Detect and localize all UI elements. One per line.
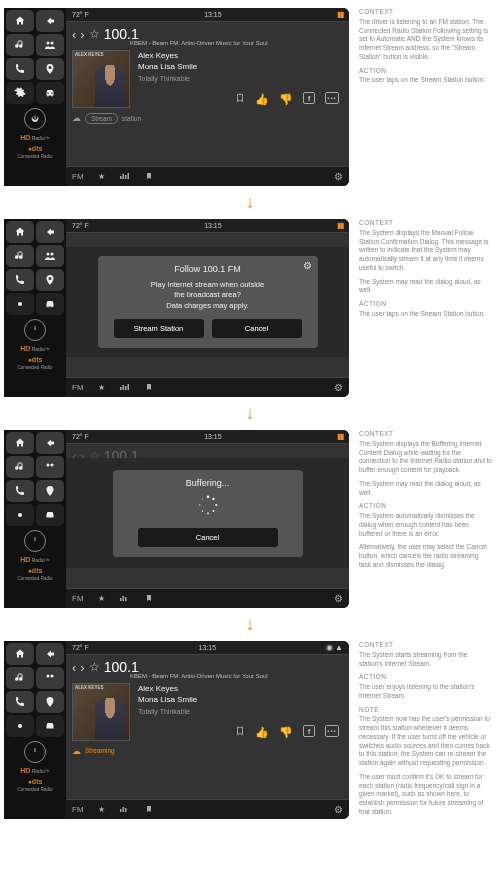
album-art: [72, 50, 130, 108]
phone-icon[interactable]: [6, 691, 34, 713]
phone-icon[interactable]: [6, 58, 34, 80]
svg-rect-17: [120, 598, 122, 601]
more-icon[interactable]: •••: [325, 92, 339, 104]
svg-point-14: [201, 510, 203, 512]
contacts-icon[interactable]: [36, 667, 64, 689]
phone-icon[interactable]: [6, 480, 34, 502]
power-button[interactable]: [24, 108, 46, 130]
tune-next-icon[interactable]: ›: [80, 660, 84, 675]
cloud-icon: ☁: [72, 113, 81, 123]
svg-point-20: [18, 724, 22, 728]
settings-icon[interactable]: [6, 293, 34, 315]
svg-rect-3: [127, 173, 129, 179]
svg-rect-6: [125, 386, 127, 390]
stream-station-button[interactable]: ☁ Stream station: [72, 113, 343, 124]
back-icon[interactable]: [36, 643, 64, 665]
station-subtitle: KBEM - Beam FM: Artist-Driven Music for …: [130, 40, 343, 46]
car-icon[interactable]: [36, 715, 64, 737]
cancel-button[interactable]: Cancel: [212, 319, 302, 338]
logos: HD Radio™ ●dts Connected Radio: [18, 134, 53, 159]
album-art: [72, 683, 130, 741]
car-icon[interactable]: [36, 504, 64, 526]
facebook-icon[interactable]: f: [303, 725, 315, 737]
device-screen-3: HD Radio™●dtsConnected Radio 72° F13:15▮…: [4, 430, 349, 608]
home-icon[interactable]: [6, 643, 34, 665]
location-icon[interactable]: [36, 480, 64, 502]
svg-rect-1: [122, 174, 124, 179]
clock: 13:15: [204, 11, 222, 18]
back-icon[interactable]: [36, 221, 64, 243]
bookmark-icon[interactable]: [235, 725, 245, 741]
svg-rect-21: [120, 809, 122, 812]
power-button[interactable]: [24, 530, 46, 552]
tab-favorites-icon[interactable]: ★: [98, 172, 105, 181]
location-icon[interactable]: [36, 58, 64, 80]
power-button[interactable]: [24, 319, 46, 341]
thumbs-up-icon[interactable]: 👍: [255, 92, 269, 108]
stream-station-button[interactable]: Stream Station: [114, 319, 204, 338]
tune-next-icon[interactable]: ›: [80, 27, 84, 42]
wifi-icon: ◉ ▲: [326, 643, 343, 652]
bottom-bar: FM ★ ⚙: [66, 166, 349, 186]
tune-prev-icon[interactable]: ‹: [72, 660, 76, 675]
annotation-2: CONTEXT The System displays the Manual F…: [349, 219, 496, 397]
device-screen-4: HD Radio™●dtsConnected Radio 72° F13:15◉…: [4, 641, 349, 819]
settings-icon[interactable]: [6, 82, 34, 104]
flow-arrow-icon: ↓: [78, 190, 423, 219]
modal-overlay: Buffering... Cancel: [66, 458, 349, 568]
power-button[interactable]: [24, 741, 46, 763]
music-icon[interactable]: [6, 667, 34, 689]
spinner-icon: [123, 494, 293, 518]
back-icon[interactable]: [36, 10, 64, 32]
thumbs-up-icon[interactable]: 👍: [255, 725, 269, 741]
phone-icon[interactable]: [6, 269, 34, 291]
tab-eq-icon[interactable]: [119, 171, 131, 183]
svg-point-8: [18, 513, 22, 517]
svg-rect-7: [127, 384, 129, 390]
svg-point-12: [212, 510, 214, 512]
home-icon[interactable]: [6, 432, 34, 454]
car-icon[interactable]: [36, 82, 64, 104]
settings-icon[interactable]: [6, 504, 34, 526]
favorite-icon[interactable]: ☆: [89, 660, 100, 674]
thumbs-down-icon[interactable]: 👎: [279, 92, 293, 108]
svg-point-15: [199, 504, 200, 505]
thumbs-down-icon[interactable]: 👎: [279, 725, 293, 741]
music-icon[interactable]: [6, 456, 34, 478]
music-icon[interactable]: [6, 34, 34, 56]
artist-name: Alex Keyes: [138, 50, 343, 61]
svg-point-13: [207, 512, 209, 514]
device-screen-1: HD Radio™ ●dts Connected Radio 72° F 13:…: [4, 8, 349, 186]
car-icon[interactable]: [36, 293, 64, 315]
location-icon[interactable]: [36, 269, 64, 291]
svg-rect-18: [122, 596, 124, 601]
back-icon[interactable]: [36, 432, 64, 454]
buffering-dialog: Buffering... Cancel: [113, 470, 303, 557]
location-icon[interactable]: [36, 691, 64, 713]
annotation-3: CONTEXT The System displays the Bufferin…: [349, 430, 496, 608]
favorite-icon[interactable]: ☆: [89, 27, 100, 41]
tune-prev-icon[interactable]: ‹: [72, 27, 76, 42]
svg-point-9: [206, 495, 209, 498]
cloud-icon: ☁: [72, 746, 81, 756]
tab-fm[interactable]: FM: [72, 172, 84, 181]
dialog-settings-icon[interactable]: ⚙: [303, 260, 312, 271]
settings-icon[interactable]: [6, 715, 34, 737]
album-name: Totally Thinkable: [138, 74, 343, 84]
music-icon[interactable]: [6, 245, 34, 267]
streaming-indicator: ☁ Streaming: [72, 746, 343, 756]
svg-point-10: [212, 497, 214, 499]
facebook-icon[interactable]: f: [303, 92, 315, 104]
bookmark-icon[interactable]: [235, 92, 245, 108]
contacts-icon[interactable]: [36, 456, 64, 478]
home-icon[interactable]: [6, 221, 34, 243]
cancel-button[interactable]: Cancel: [138, 528, 278, 547]
home-icon[interactable]: [6, 10, 34, 32]
more-icon[interactable]: •••: [325, 725, 339, 737]
dialog-title: Buffering...: [123, 478, 293, 488]
contacts-icon[interactable]: [36, 34, 64, 56]
settings-gear-icon[interactable]: ⚙: [334, 171, 343, 182]
contacts-icon[interactable]: [36, 245, 64, 267]
tab-bookmark-icon[interactable]: [145, 171, 153, 183]
svg-rect-23: [125, 808, 127, 812]
